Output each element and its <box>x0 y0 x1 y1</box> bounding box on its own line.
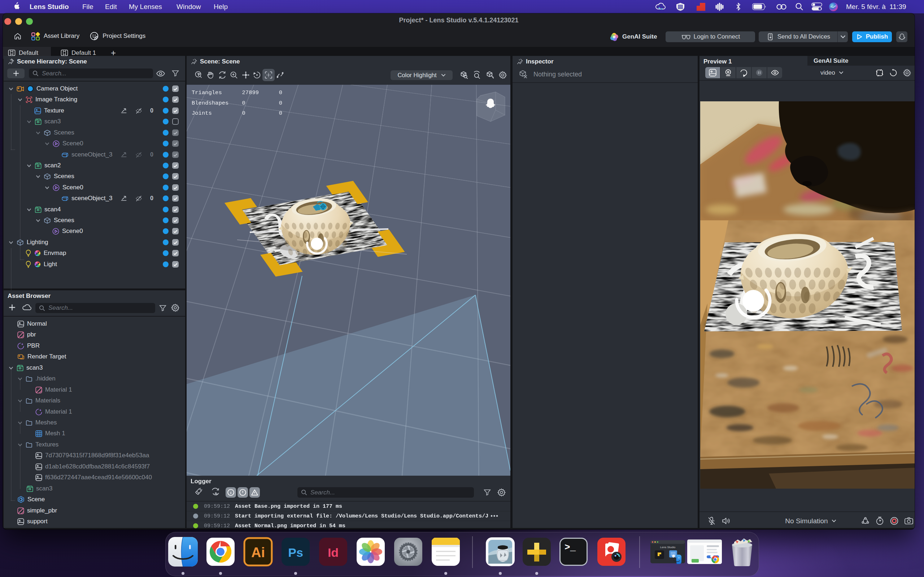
svg-text:Ai: Ai <box>251 545 265 560</box>
svg-text:Lens Studio: Lens Studio <box>660 546 676 549</box>
svg-text:>_: >_ <box>564 542 576 553</box>
svg-text:Ps: Ps <box>288 546 303 559</box>
svg-text:Id: Id <box>328 546 339 559</box>
